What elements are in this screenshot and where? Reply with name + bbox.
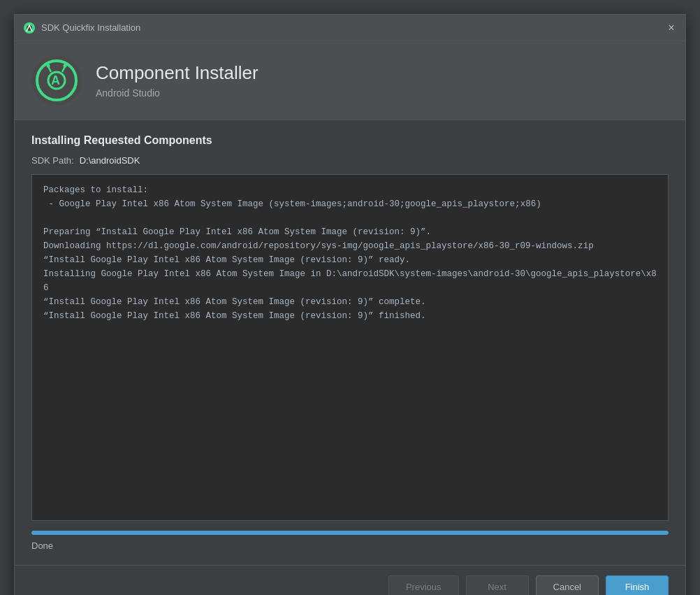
installer-title: Component Installer bbox=[96, 62, 258, 84]
svg-point-8 bbox=[64, 64, 67, 68]
title-bar-left: SDK Quickfix Installation bbox=[23, 22, 140, 34]
dialog-title: SDK Quickfix Installation bbox=[41, 22, 140, 33]
svg-point-6 bbox=[47, 64, 50, 68]
logo-container: A bbox=[31, 55, 82, 106]
footer: Previous Next Cancel Finish bbox=[15, 565, 685, 595]
main-content: Installing Requested Components SDK Path… bbox=[15, 120, 685, 565]
progress-container bbox=[31, 531, 669, 535]
finish-button[interactable]: Finish bbox=[606, 575, 669, 595]
previous-button[interactable]: Previous bbox=[388, 575, 459, 595]
sdk-path-value: D:\androidSDK bbox=[80, 155, 140, 166]
dialog-window: SDK Quickfix Installation × A Component … bbox=[14, 14, 686, 595]
sdk-path-row: SDK Path: D:\androidSDK bbox=[31, 155, 669, 166]
next-button[interactable]: Next bbox=[466, 575, 529, 595]
sdk-path-label: SDK Path: bbox=[31, 155, 74, 166]
title-bar: SDK Quickfix Installation × bbox=[15, 15, 685, 41]
close-button[interactable]: × bbox=[666, 22, 677, 34]
log-area: Packages to install: - Google Play Intel… bbox=[31, 174, 669, 521]
cancel-button[interactable]: Cancel bbox=[536, 575, 599, 595]
header-text: Component Installer Android Studio bbox=[96, 62, 258, 98]
status-text: Done bbox=[31, 540, 669, 551]
svg-text:A: A bbox=[51, 73, 60, 87]
android-studio-icon bbox=[23, 22, 36, 34]
installer-subtitle: Android Studio bbox=[96, 87, 258, 99]
progress-bar bbox=[31, 531, 669, 535]
section-title: Installing Requested Components bbox=[31, 134, 669, 147]
android-studio-logo: A bbox=[36, 59, 78, 101]
header-section: A Component Installer Android Studio bbox=[15, 41, 685, 120]
